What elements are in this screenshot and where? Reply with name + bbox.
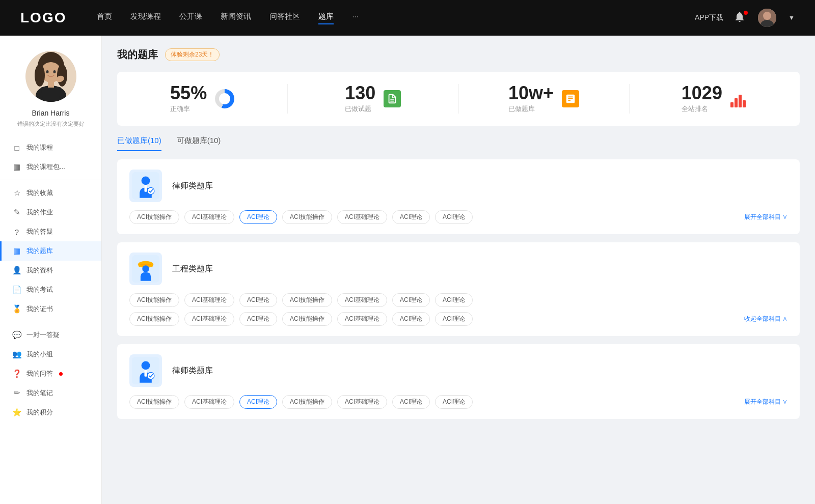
sidebar-item-exam[interactable]: 📄 我的考试 [0, 280, 101, 299]
nav-more[interactable]: ··· [352, 12, 359, 24]
qbank-collapse-engineer[interactable]: 收起全部科目 ∧ [744, 315, 787, 323]
bar-chart-icon [730, 90, 748, 107]
qbank-icon: ▦ [12, 246, 21, 256]
sidebar-item-myqa[interactable]: ❓ 我的问答 [0, 364, 101, 383]
sidebar-item-label: 我的收藏 [26, 188, 53, 198]
sidebar-item-course[interactable]: □ 我的课程 [0, 138, 101, 157]
user-avatar[interactable] [758, 9, 776, 27]
nav-discover[interactable]: 发现课程 [130, 12, 161, 24]
svg-point-21 [142, 265, 149, 272]
tag-lawyer2-5[interactable]: ACI基础理论 [337, 395, 387, 409]
course-package-icon: ▦ [12, 162, 21, 172]
sidebar-divider2 [0, 322, 101, 322]
sidebar-item-course-package[interactable]: ▦ 我的课程包... [0, 157, 101, 177]
sidebar-item-label: 我的证书 [26, 304, 53, 314]
sidebar-item-favorites[interactable]: ☆ 我的收藏 [0, 183, 101, 203]
profile-icon: 👤 [12, 266, 21, 275]
svg-point-25 [147, 372, 154, 379]
user-motto: 错误的决定比没有决定要好 [12, 120, 90, 128]
notification-dot [744, 11, 748, 15]
tag-eng-1-2[interactable]: ACI基础理论 [184, 293, 234, 307]
svg-point-1 [763, 12, 771, 20]
myqa-dot [59, 372, 63, 376]
svg-point-23 [142, 361, 150, 370]
sidebar-item-tutoring[interactable]: 💬 一对一答疑 [0, 325, 101, 345]
tag-lawyer-5[interactable]: ACI基础理论 [337, 210, 387, 224]
tab-done[interactable]: 已做题库(10) [117, 136, 161, 151]
tag-eng-2-4[interactable]: ACI技能操作 [282, 312, 332, 326]
tag-eng-2-6[interactable]: ACI理论 [392, 312, 430, 326]
sidebar-item-label: 一对一答疑 [26, 330, 60, 340]
qbank-section-2-title: 工程类题库 [172, 264, 213, 274]
tag-eng-1-1[interactable]: ACI技能操作 [129, 293, 179, 307]
svg-rect-20 [141, 264, 151, 265]
sidebar-item-profile[interactable]: 👤 我的资料 [0, 261, 101, 280]
logo: LOGO [20, 10, 66, 26]
tag-eng-2-5[interactable]: ACI基础理论 [337, 312, 387, 326]
tag-eng-2-2[interactable]: ACI基础理论 [184, 312, 234, 326]
qbank-section-1-title: 律师类题库 [172, 181, 213, 191]
tag-lawyer-2[interactable]: ACI基础理论 [184, 210, 234, 224]
avatar-chevron-icon[interactable]: ▼ [789, 14, 795, 21]
group-icon: 👥 [12, 350, 21, 359]
tag-lawyer-4[interactable]: ACI技能操作 [282, 210, 332, 224]
sidebar-item-points[interactable]: ⭐ 我的积分 [0, 403, 101, 422]
tag-lawyer2-6[interactable]: ACI理论 [392, 395, 430, 409]
app-download-link[interactable]: APP下载 [695, 13, 723, 22]
tag-lawyer-3[interactable]: ACI理论 [239, 210, 277, 224]
tag-lawyer-1[interactable]: ACI技能操作 [129, 210, 179, 224]
sidebar-item-certificate[interactable]: 🏅 我的证书 [0, 299, 101, 319]
user-name: Brian Harris [32, 109, 70, 117]
tag-lawyer-7[interactable]: ACI理论 [435, 210, 473, 224]
homework-icon: ✎ [12, 208, 21, 217]
qbank-section-3-header: 律师类题库 [129, 354, 787, 387]
qbank-section-3-tags: ACI技能操作 ACI基础理论 ACI理论 ACI技能操作 ACI基础理论 AC… [129, 395, 787, 409]
myqa-icon: ❓ [12, 369, 21, 378]
sidebar-item-qa[interactable]: ? 我的答疑 [0, 222, 101, 241]
tag-eng-1-3[interactable]: ACI理论 [239, 293, 277, 307]
tag-eng-2-3[interactable]: ACI理论 [239, 312, 277, 326]
qbank-section-3-title: 律师类题库 [172, 366, 213, 376]
svg-point-11 [53, 70, 56, 73]
qbank-section-2-tags-row2: ACI技能操作 ACI基础理论 ACI理论 ACI技能操作 ACI基础理论 AC… [129, 312, 787, 326]
svg-point-16 [147, 187, 154, 194]
tag-lawyer2-2[interactable]: ACI基础理论 [184, 395, 234, 409]
qbank-expand-lawyer2[interactable]: 展开全部科目 ∨ [744, 398, 787, 406]
tag-eng-1-4[interactable]: ACI技能操作 [282, 293, 332, 307]
sidebar-item-qbank[interactable]: ▦ 我的题库 [0, 241, 101, 261]
nav-qa[interactable]: 问答社区 [269, 12, 300, 24]
tag-lawyer2-3[interactable]: ACI理论 [239, 395, 277, 409]
stat-done-banks-label: 已做题库 [508, 104, 554, 114]
trial-badge: 体验剩余23天！ [165, 48, 220, 61]
stat-ranking-value: 1029 [682, 84, 722, 102]
tag-eng-1-7[interactable]: ACI理论 [435, 293, 473, 307]
sidebar-item-group[interactable]: 👥 我的小组 [0, 345, 101, 364]
sidebar-item-label: 我的考试 [26, 285, 53, 294]
tag-lawyer2-7[interactable]: ACI理论 [435, 395, 473, 409]
sidebar-item-label: 我的课程包... [26, 162, 65, 172]
nav-news[interactable]: 新闻资讯 [221, 12, 251, 24]
tag-eng-1-6[interactable]: ACI理论 [392, 293, 430, 307]
sidebar-item-label: 我的答疑 [26, 227, 53, 236]
tag-lawyer-6[interactable]: ACI理论 [392, 210, 430, 224]
course-icon: □ [12, 144, 21, 152]
svg-rect-24 [144, 370, 147, 377]
tag-lawyer2-4[interactable]: ACI技能操作 [282, 395, 332, 409]
stat-accuracy-value: 55% [170, 84, 207, 102]
nav-qbank[interactable]: 题库 [318, 12, 334, 24]
notification-bell[interactable] [734, 11, 748, 25]
tag-lawyer2-1[interactable]: ACI技能操作 [129, 395, 179, 409]
nav-home[interactable]: 首页 [97, 12, 112, 24]
lawyer2-icon [129, 354, 162, 387]
nav-opencourse[interactable]: 公开课 [179, 12, 202, 24]
tab-available[interactable]: 可做题库(10) [177, 136, 221, 151]
nav-menu: 首页 发现课程 公开课 新闻资讯 问答社区 题库 ··· [97, 12, 695, 24]
sidebar-item-notes[interactable]: ✏ 我的笔记 [0, 383, 101, 403]
sidebar-item-homework[interactable]: ✎ 我的作业 [0, 203, 101, 222]
tag-eng-1-5[interactable]: ACI基础理论 [337, 293, 387, 307]
tag-eng-2-1[interactable]: ACI技能操作 [129, 312, 179, 326]
tag-eng-2-7[interactable]: ACI理论 [435, 312, 473, 326]
stat-accuracy-label: 正确率 [170, 104, 207, 114]
qbank-expand-lawyer[interactable]: 展开全部科目 ∨ [744, 213, 787, 221]
qa-icon: ? [12, 228, 21, 236]
